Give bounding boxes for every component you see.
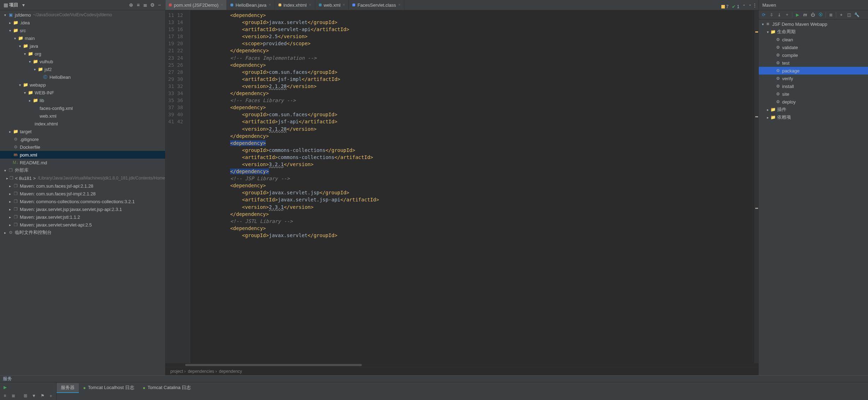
maven-tree-item[interactable]: ▾⛯JSF Demo Maven Webapp bbox=[759, 20, 868, 28]
tree-item[interactable]: M↓README.md bbox=[0, 159, 165, 166]
editor-tab[interactable]: index.xhtml× bbox=[275, 0, 315, 10]
tree-item[interactable]: ⚙.gitignore bbox=[0, 135, 165, 143]
tree-item[interactable]: ▾📁webapp bbox=[0, 81, 165, 89]
collapse-icon[interactable]: ≣ bbox=[10, 392, 17, 399]
collapse-icon[interactable]: ≣ bbox=[827, 11, 834, 18]
lib-icon: ❐ bbox=[10, 175, 14, 181]
tree-item[interactable]: ▾📁main bbox=[0, 34, 165, 42]
tree-item[interactable]: ▾▣jsfdemo~/JavaSourceCode/VulEnvCodes/js… bbox=[0, 11, 165, 19]
settings-icon[interactable]: ⚙ bbox=[149, 1, 156, 8]
run-icon[interactable]: ▶ bbox=[794, 11, 801, 18]
show-diagram-icon[interactable]: ◫ bbox=[845, 11, 852, 18]
breadcrumb[interactable]: projectdependenciesdependency bbox=[165, 367, 758, 375]
close-icon[interactable]: × bbox=[269, 2, 271, 7]
download-icon[interactable]: ⤓ bbox=[776, 11, 783, 18]
hide-icon[interactable]: − bbox=[156, 1, 163, 8]
maven-tree-item[interactable]: ▾📁生命周期 bbox=[759, 28, 868, 36]
reload-icon[interactable]: ⟳ bbox=[760, 11, 767, 18]
maven-tree-item[interactable]: ⚙deploy bbox=[759, 98, 868, 106]
editor-tab[interactable]: web.xml× bbox=[315, 0, 349, 10]
tree-item[interactable]: ▾📁jsf2 bbox=[0, 65, 165, 73]
maven-tree-item[interactable]: ⚙validate bbox=[759, 43, 868, 51]
breadcrumb-segment[interactable]: dependency bbox=[219, 369, 242, 374]
filetype-icon bbox=[319, 4, 322, 6]
editor-tab[interactable]: pom.xml (JSF2Demo)× bbox=[165, 0, 227, 10]
tree-item[interactable]: ▸❐Maven: javax.servlet:jstl:1.1.2 bbox=[0, 213, 165, 221]
select-opened-file-icon[interactable]: ⊕ bbox=[128, 1, 135, 8]
tree-item[interactable]: ▾📁java bbox=[0, 42, 165, 50]
tab-tomcat-catalina[interactable]: ● Tomcat Catalina 日志 bbox=[139, 383, 195, 393]
tree-item[interactable]: ▸❐< 8u181 >/Library/Java/JavaVirtualMach… bbox=[0, 174, 165, 182]
add-icon[interactable]: ＋ bbox=[784, 11, 791, 18]
expand-all-icon[interactable]: ≡ bbox=[135, 1, 142, 8]
generate-sources-icon[interactable]: ⇩ bbox=[768, 11, 775, 18]
inspection-warnings[interactable]: 7 bbox=[721, 4, 729, 9]
tree-item[interactable]: ▾📁vulhub bbox=[0, 58, 165, 65]
filter-icon[interactable]: ▼ bbox=[30, 392, 37, 399]
dropdown-icon[interactable]: ▾ bbox=[20, 1, 27, 8]
fold-gutter[interactable] bbox=[186, 10, 190, 363]
tree-item[interactable]: ▸📁target bbox=[0, 128, 165, 135]
tree-item[interactable]: faces-config.xml bbox=[0, 104, 165, 112]
close-icon[interactable]: × bbox=[221, 2, 223, 7]
tree-item[interactable]: ▸❐Maven: javax.servlet.jsp:javax.servlet… bbox=[0, 205, 165, 213]
editor-tab[interactable]: HelloBean.java× bbox=[227, 0, 275, 10]
tree-item[interactable]: ▸❐Maven: commons-collections:commons-col… bbox=[0, 198, 165, 205]
project-tree[interactable]: ▾▣jsfdemo~/JavaSourceCode/VulEnvCodes/js… bbox=[0, 10, 165, 375]
editor-tab[interactable]: FacesServlet.class× bbox=[349, 0, 404, 10]
tree-item[interactable]: ▾📁WEB-INF bbox=[0, 89, 165, 96]
tree-item[interactable]: ▸📁.idea bbox=[0, 19, 165, 27]
services-run-icon[interactable]: ▶ bbox=[1, 384, 8, 391]
scroll-down-icon[interactable]: ˅ bbox=[749, 4, 751, 9]
breadcrumb-segment[interactable]: dependencies bbox=[188, 369, 217, 374]
line-gutter[interactable]: 11 12 13 14 15 16 17 18 19 20 21 22 23 2… bbox=[165, 10, 186, 363]
tree-item[interactable]: ⒸHelloBean bbox=[0, 73, 165, 81]
tree-item[interactable]: ▾❐外部库 bbox=[0, 166, 165, 174]
expand-icon[interactable]: ≡ bbox=[1, 392, 8, 399]
tree-item[interactable]: ▾📁src bbox=[0, 27, 165, 34]
tab-server[interactable]: 服务器 bbox=[57, 383, 79, 393]
maven-tree-item[interactable]: ⚙verify bbox=[759, 75, 868, 82]
maven-tree[interactable]: ▾⛯JSF Demo Maven Webapp▾📁生命周期⚙clean⚙vali… bbox=[759, 19, 868, 375]
close-icon[interactable]: × bbox=[398, 2, 400, 7]
tree-item[interactable]: ▸❐Maven: com.sun.faces:jsf-api:2.1.28 bbox=[0, 182, 165, 190]
error-stripe[interactable] bbox=[754, 10, 758, 363]
tree-item[interactable]: index.xhtml bbox=[0, 120, 165, 128]
code-editor[interactable]: <dependency> <groupId>javax.servlet</gro… bbox=[190, 10, 754, 363]
tree-item[interactable]: mpom.xml bbox=[0, 151, 165, 159]
maven-tree-item[interactable]: ⚙package bbox=[759, 67, 868, 75]
maven-tree-item[interactable]: ⚙site bbox=[759, 90, 868, 98]
breadcrumb-segment[interactable]: project bbox=[170, 369, 186, 374]
execute-goal-icon[interactable]: m bbox=[802, 11, 809, 18]
collapse-all-icon[interactable]: ≣ bbox=[142, 1, 149, 8]
add-service-icon[interactable]: ＋ bbox=[47, 392, 54, 399]
toggle-offline-icon[interactable]: ⏻ bbox=[809, 11, 816, 18]
tab-tomcat-localhost[interactable]: ● Tomcat Localhost 日志 bbox=[79, 383, 139, 393]
show-dependencies-icon[interactable]: ⌖ bbox=[838, 11, 845, 18]
skip-tests-icon[interactable]: ⦿ bbox=[817, 11, 824, 18]
flag-icon[interactable]: ⚑ bbox=[39, 392, 46, 399]
close-icon[interactable]: × bbox=[342, 2, 345, 7]
maven-tree-item[interactable]: ⚙compile bbox=[759, 51, 868, 59]
tree-item[interactable]: ▾📁org bbox=[0, 50, 165, 58]
tree-item[interactable]: ▸❐Maven: javax.servlet:servlet-api:2.5 bbox=[0, 221, 165, 229]
maven-settings-icon[interactable]: 🔧 bbox=[853, 11, 860, 18]
maven-tree-item[interactable]: ⚙clean bbox=[759, 36, 868, 43]
maven-tree-item[interactable]: ▸📁插件 bbox=[759, 106, 868, 113]
tree-item[interactable]: ⚙Dockerfile bbox=[0, 143, 165, 151]
close-icon[interactable]: × bbox=[309, 2, 311, 7]
maven-tree-item[interactable]: ▸📁依赖项 bbox=[759, 113, 868, 121]
inspection-ok[interactable]: ✔ 1 bbox=[732, 4, 739, 9]
tree-item[interactable]: ▸📁lib bbox=[0, 96, 165, 104]
maven-tree-item[interactable]: ⚙test bbox=[759, 59, 868, 67]
tree-item[interactable]: ▸❐Maven: com.sun.faces:jsf-impl:2.1.28 bbox=[0, 190, 165, 198]
warning-count: 7 bbox=[726, 4, 729, 9]
scroll-up-icon[interactable]: ˄ bbox=[743, 4, 745, 9]
group-icon[interactable]: ⊞ bbox=[22, 392, 29, 399]
project-view-icon[interactable]: ▦ bbox=[2, 1, 9, 8]
warning-icon bbox=[721, 5, 725, 8]
maven-tree-item[interactable]: ⚙install bbox=[759, 82, 868, 90]
horizontal-scrollbar[interactable] bbox=[165, 363, 758, 367]
tree-item[interactable]: ▸⚙临时文件和控制台 bbox=[0, 229, 165, 236]
tree-item[interactable]: web.xml bbox=[0, 112, 165, 120]
